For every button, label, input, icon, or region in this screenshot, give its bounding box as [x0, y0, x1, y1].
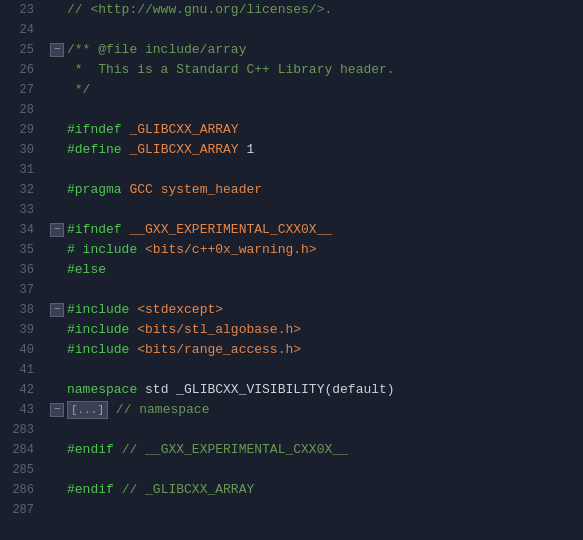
- token-kw-green: namespace: [67, 380, 137, 400]
- code-line: # include <bits/c++0x_warning.h>: [50, 240, 583, 260]
- token-kw-orange: system_header: [161, 180, 262, 200]
- token-comment: // _GLIBCXX_ARRAY: [122, 480, 255, 500]
- code-line: */: [50, 80, 583, 100]
- token-space: [114, 480, 122, 500]
- token-include-path: <bits/range_access.h>: [137, 340, 301, 360]
- line-number: 287: [4, 500, 34, 520]
- code-line: [50, 200, 583, 220]
- token-comment: /** @file include/array: [67, 40, 246, 60]
- line-number: 31: [4, 160, 34, 180]
- token-space: [239, 140, 247, 160]
- code-area: 2324252627282930313233343536373839404142…: [0, 0, 583, 540]
- token-space: [108, 400, 116, 420]
- code-line: namespace std _GLIBCXX_VISIBILITY(defaul…: [50, 380, 583, 400]
- token-preprocessor: #endif: [67, 480, 114, 500]
- line-number: 30: [4, 140, 34, 160]
- code-line: // <http://www.gnu.org/licenses/>.: [50, 0, 583, 20]
- token-include-path: <stdexcept>: [137, 300, 223, 320]
- line-numbers: 2324252627282930313233343536373839404142…: [0, 0, 42, 540]
- code-line: #endif // __GXX_EXPERIMENTAL_CXX0X__: [50, 440, 583, 460]
- line-number: 29: [4, 120, 34, 140]
- code-line: #include <bits/range_access.h>: [50, 340, 583, 360]
- line-number: 42: [4, 380, 34, 400]
- token-default: std _GLIBCXX_VISIBILITY(default): [145, 380, 395, 400]
- code-line: [50, 160, 583, 180]
- code-line: [50, 360, 583, 380]
- line-number: 284: [4, 440, 34, 460]
- token-space: [129, 300, 137, 320]
- token-space: [129, 340, 137, 360]
- token-space: [137, 240, 145, 260]
- line-number: 43: [4, 400, 34, 420]
- code-line: −/** @file include/array: [50, 40, 583, 60]
- token-preprocessor: #ifndef: [67, 120, 122, 140]
- token-space: [153, 180, 161, 200]
- token-space: [129, 320, 137, 340]
- code-line: [50, 460, 583, 480]
- code-line: #pragma GCC system_header: [50, 180, 583, 200]
- token-kw-orange: GCC: [129, 180, 152, 200]
- code-content[interactable]: // <http://www.gnu.org/licenses/>. −/** …: [42, 0, 583, 540]
- line-number: 24: [4, 20, 34, 40]
- token-preprocessor: #pragma: [67, 180, 122, 200]
- token-preprocessor: # include: [67, 240, 137, 260]
- line-number: 38: [4, 300, 34, 320]
- token-preprocessor: #include: [67, 300, 129, 320]
- line-number: 25: [4, 40, 34, 60]
- code-line: * This is a Standard C++ Library header.: [50, 60, 583, 80]
- line-number: 27: [4, 80, 34, 100]
- code-line: #endif // _GLIBCXX_ARRAY: [50, 480, 583, 500]
- token-comment: */: [67, 80, 90, 100]
- code-line: [50, 20, 583, 40]
- token-preprocessor: #include: [67, 340, 129, 360]
- line-number: 33: [4, 200, 34, 220]
- code-line: [50, 100, 583, 120]
- code-editor: 2324252627282930313233343536373839404142…: [0, 0, 583, 540]
- code-line: −#ifndef __GXX_EXPERIMENTAL_CXX0X__: [50, 220, 583, 240]
- token-include-path: <bits/stl_algobase.h>: [137, 320, 301, 340]
- code-line: #include <bits/stl_algobase.h>: [50, 320, 583, 340]
- token-comment: // namespace: [116, 400, 210, 420]
- code-line: #else: [50, 260, 583, 280]
- code-line: [50, 420, 583, 440]
- token-preprocessor: #include: [67, 320, 129, 340]
- line-number: 34: [4, 220, 34, 240]
- token-macro-name: _GLIBCXX_ARRAY: [129, 140, 238, 160]
- token-preprocessor: #define: [67, 140, 122, 160]
- line-number: 283: [4, 420, 34, 440]
- token-default: 1: [246, 140, 254, 160]
- line-number: 23: [4, 0, 34, 20]
- line-number: 39: [4, 320, 34, 340]
- token-comment: // <http://www.gnu.org/licenses/>.: [67, 0, 332, 20]
- token-preprocessor: #else: [67, 260, 106, 280]
- code-line: −#include <stdexcept>: [50, 300, 583, 320]
- token-space: [137, 380, 145, 400]
- code-line: #define _GLIBCXX_ARRAY 1: [50, 140, 583, 160]
- line-number: 28: [4, 100, 34, 120]
- code-line: [50, 280, 583, 300]
- collapsed-block[interactable]: [...]: [67, 401, 108, 419]
- line-number: 37: [4, 280, 34, 300]
- line-number: 26: [4, 60, 34, 80]
- token-preprocessor: #endif: [67, 440, 114, 460]
- collapse-icon[interactable]: −: [50, 223, 64, 237]
- token-include-path: <bits/c++0x_warning.h>: [145, 240, 317, 260]
- token-comment: * This is a Standard C++ Library header.: [67, 60, 395, 80]
- token-comment: // __GXX_EXPERIMENTAL_CXX0X__: [122, 440, 348, 460]
- token-macro-name: _GLIBCXX_ARRAY: [129, 120, 238, 140]
- line-number: 32: [4, 180, 34, 200]
- token-preprocessor: #ifndef: [67, 220, 122, 240]
- line-number: 41: [4, 360, 34, 380]
- code-line: [50, 500, 583, 520]
- code-line: #ifndef _GLIBCXX_ARRAY: [50, 120, 583, 140]
- code-line: −[...] // namespace: [50, 400, 583, 420]
- line-number: 285: [4, 460, 34, 480]
- token-macro-name: __GXX_EXPERIMENTAL_CXX0X__: [129, 220, 332, 240]
- token-space: [122, 180, 130, 200]
- collapse-icon[interactable]: −: [50, 43, 64, 57]
- collapse-icon[interactable]: −: [50, 403, 64, 417]
- line-number: 35: [4, 240, 34, 260]
- token-space: [114, 440, 122, 460]
- collapse-icon[interactable]: −: [50, 303, 64, 317]
- line-number: 40: [4, 340, 34, 360]
